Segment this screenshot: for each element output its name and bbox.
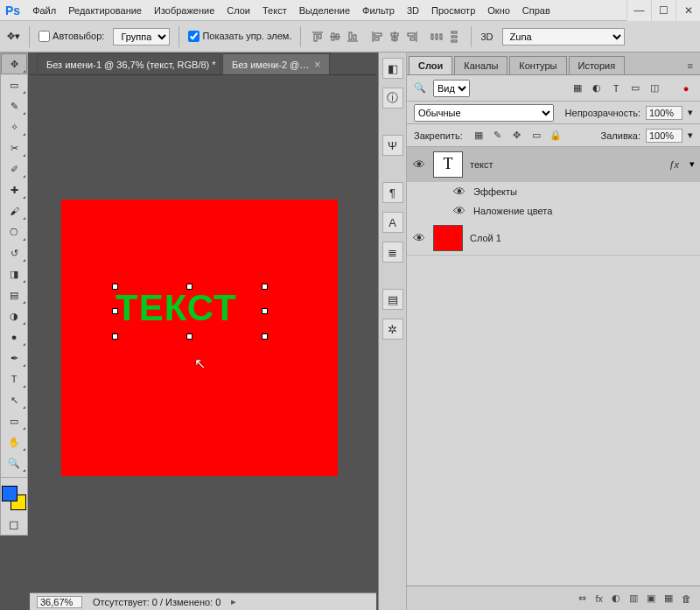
filter-pixel-icon[interactable]: ▦ [570,81,584,95]
layer-row-text[interactable]: 👁 T текст ƒx ▾ [407,147,700,182]
text-layer-bounds[interactable]: ТЕКСТ [116,287,264,336]
tool-zoom[interactable]: 🔍 [1,452,27,473]
visibility-icon[interactable]: 👁 [452,185,466,199]
dock-styles-icon[interactable]: ≣ [382,242,403,263]
tool-hand[interactable]: ✋ [1,431,27,452]
document-tab-1[interactable]: Без имени-1 @ 36,7% (текст, RGB/8) * × [37,53,220,74]
dropdown-icon[interactable]: ▾ [688,130,693,141]
opacity-value[interactable]: 100% [646,106,682,120]
document-tab-2[interactable]: Без имени-2 @… × [222,53,330,74]
tool-path[interactable]: ↖ [1,389,27,410]
layer-effects-header[interactable]: 👁 Эффекты [407,182,700,201]
dock-brushes-icon[interactable]: Ψ [382,135,403,156]
autoselect-type-select[interactable]: Группа [113,28,170,46]
align-left-icon[interactable] [369,29,385,45]
status-popup-icon[interactable]: ▸ [231,596,236,607]
delete-layer-icon[interactable]: 🗑 [682,593,691,604]
filter-shape-icon[interactable]: ▭ [628,81,642,95]
close-icon[interactable]: × [314,59,320,71]
dock-paragraph-icon[interactable]: ¶ [382,182,403,203]
new-layer-icon[interactable]: ▦ [664,592,673,604]
add-fx-icon[interactable]: fx [595,593,603,604]
window-maximize-button[interactable]: ☐ [651,0,676,21]
add-adjustment-icon[interactable]: ▥ [629,592,638,604]
tool-gradient[interactable]: ▤ [1,284,27,305]
distribute-h-icon[interactable] [429,29,444,45]
menu-select[interactable]: Выделение [299,5,350,16]
menu-edit[interactable]: Редактирование [68,5,142,16]
tool-blur[interactable]: ◑ [1,305,27,326]
menu-help[interactable]: Справ [522,5,550,16]
layer-effect-item[interactable]: 👁 Наложение цвета [407,201,700,221]
document-canvas[interactable]: ТЕКСТ [61,200,338,476]
layer-name[interactable]: текст [470,159,662,170]
window-minimize-button[interactable]: — [626,0,651,21]
font-select[interactable]: Zuna [502,28,625,46]
align-vcenter-icon[interactable] [327,29,343,45]
menu-window[interactable]: Окно [487,5,510,16]
tool-pen[interactable]: ✒ [1,347,27,368]
dock-info-icon[interactable]: ⓘ [382,88,403,109]
fill-value[interactable]: 100% [646,129,682,143]
tool-type[interactable]: T [1,368,27,389]
tool-history[interactable]: ↺ [1,242,27,263]
lock-artboard-icon[interactable]: ▭ [529,130,543,141]
align-bottom-icon[interactable] [345,29,360,45]
menu-text[interactable]: Текст [262,5,287,16]
show-transform-checkbox[interactable]: Показать упр. элем. [188,31,291,43]
distribute-v-icon[interactable] [446,29,462,45]
tool-wand[interactable]: ✧ [1,116,27,137]
dropdown-icon[interactable]: ▾ [688,107,693,118]
panel-menu-icon[interactable]: ≡ [681,57,700,74]
tab-paths[interactable]: Контуры [509,56,566,74]
tool-shape[interactable]: ▭ [1,410,27,431]
tab-channels[interactable]: Каналы [454,56,508,74]
menu-file[interactable]: Файл [32,5,56,16]
layer-filter-kind[interactable]: Вид [433,80,470,97]
lock-transparent-icon[interactable]: ▦ [472,130,486,141]
tab-layers[interactable]: Слои [409,56,452,74]
layer-row-pixel[interactable]: 👁 Слой 1 [407,221,700,256]
new-group-icon[interactable]: ▣ [647,592,655,604]
dock-library-icon[interactable]: ▤ [382,289,403,310]
visibility-icon[interactable]: 👁 [412,158,426,172]
tool-crop[interactable]: ✂ [1,137,27,158]
filter-toggle-dot-icon[interactable]: ● [679,81,693,95]
dock-character-icon[interactable]: A [382,212,403,233]
menu-view[interactable]: Просмотр [431,5,475,16]
add-mask-icon[interactable]: ◐ [612,592,620,604]
tool-move[interactable]: ✥ [1,53,27,74]
foreground-color[interactable] [2,486,18,501]
align-right-icon[interactable] [404,29,420,45]
filter-smart-icon[interactable]: ◫ [648,81,662,95]
align-top-icon[interactable] [310,29,326,45]
blend-mode-select[interactable]: Обычные [414,104,554,122]
collapse-icon[interactable]: ▾ [690,158,695,170]
tool-brush[interactable]: 🖌 [1,200,27,221]
mode-3d-label[interactable]: 3D [480,32,493,42]
visibility-icon[interactable]: 👁 [412,231,426,245]
lock-position-icon[interactable]: ✥ [510,130,524,141]
align-hcenter-icon[interactable] [387,29,402,45]
dock-adjust-icon[interactable]: ✲ [382,319,403,340]
menu-layers[interactable]: Слои [227,5,250,16]
tool-lasso[interactable]: ✎ [1,95,27,116]
lock-pixels-icon[interactable]: ✎ [491,130,505,141]
menu-image[interactable]: Изображение [154,5,214,16]
autoselect-checkbox[interactable]: Автовыбор: [38,31,104,43]
layer-fx-badge[interactable]: ƒx [668,159,679,170]
dock-color-icon[interactable]: ◧ [382,58,403,79]
menu-3d[interactable]: 3D [407,5,419,16]
tool-marquee[interactable]: ▭ [1,74,27,95]
tool-heal[interactable]: ✚ [1,179,27,200]
link-layers-icon[interactable]: ⇔ [578,592,586,604]
filter-adjust-icon[interactable]: ◐ [590,81,604,95]
lock-all-icon[interactable]: 🔒 [549,130,563,141]
tool-eyedropper[interactable]: ✐ [1,158,27,179]
zoom-value[interactable]: 36,67% [37,596,82,608]
tool-quickmask[interactable]: ◻ [1,514,27,535]
visibility-icon[interactable]: 👁 [452,204,466,218]
color-swatch[interactable] [2,486,26,510]
tool-eraser[interactable]: ◨ [1,263,27,284]
layer-name[interactable]: Слой 1 [470,233,695,243]
